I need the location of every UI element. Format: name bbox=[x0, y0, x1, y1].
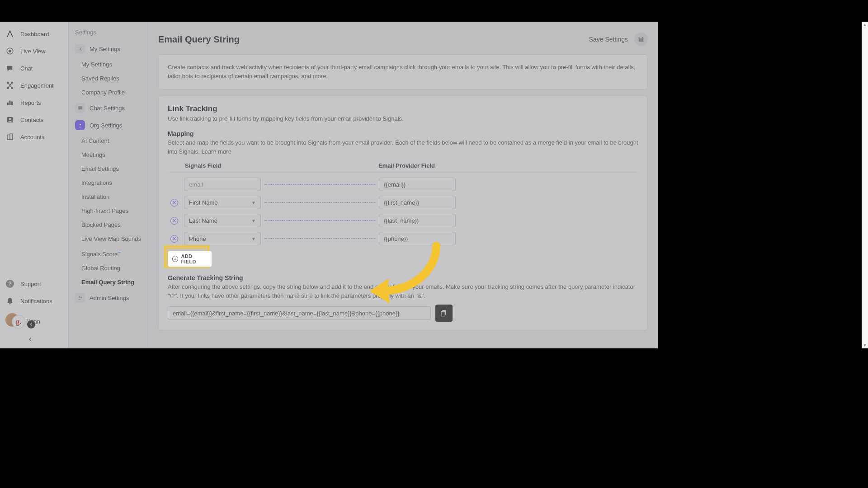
mapping-columns-header: Signals Field Email Provider Field bbox=[168, 162, 638, 173]
chevron-down-icon: ▼ bbox=[251, 200, 256, 205]
settings-group-admin[interactable]: Admin Settings bbox=[69, 289, 148, 306]
signals-field-select[interactable]: First Name▼ bbox=[184, 196, 261, 209]
notification-badge: 4 bbox=[27, 320, 35, 328]
sidebar-item-high-intent[interactable]: High-Intent Pages bbox=[69, 204, 148, 218]
remove-row-button[interactable]: ✕ bbox=[170, 217, 178, 225]
signals-field-select[interactable]: Phone▼ bbox=[184, 232, 261, 245]
sidebar-item-global-routing[interactable]: Global Routing bbox=[69, 261, 148, 275]
nav-label: Support bbox=[20, 281, 41, 287]
connector-line bbox=[264, 220, 375, 221]
svg-point-17 bbox=[79, 296, 80, 298]
avatar-monogram: g. bbox=[12, 315, 25, 328]
link-tracking-card: Link Tracking Use link tracking to pre-f… bbox=[158, 96, 648, 330]
link-tracking-sub: Use link tracking to pre-fill forms by m… bbox=[168, 115, 638, 122]
mapping-row-firstname: ✕ First Name▼ {{first_name}} bbox=[168, 196, 638, 209]
sidebar-item-live-view-sounds[interactable]: Live View Map Sounds bbox=[69, 232, 148, 246]
sidebar-item-email-query-string[interactable]: Email Query String bbox=[69, 275, 148, 289]
nav-support[interactable]: ? Support bbox=[0, 275, 68, 292]
sidebar-item-my-settings[interactable]: My Settings bbox=[69, 57, 148, 71]
scrollbar[interactable]: ▲ ▼ bbox=[862, 22, 868, 348]
signals-field-select[interactable]: Last Name▼ bbox=[184, 214, 261, 227]
nav-live-view[interactable]: Live View bbox=[0, 42, 68, 60]
copy-button[interactable] bbox=[435, 305, 453, 322]
sidebar-item-company-profile[interactable]: Company Profile bbox=[69, 85, 148, 99]
save-button[interactable] bbox=[634, 33, 648, 46]
intro-text: Create contacts and track web activity w… bbox=[168, 63, 638, 81]
scroll-down-icon[interactable]: ▼ bbox=[862, 342, 868, 348]
mapping-row-phone: ✕ Phone▼ {{phone}} bbox=[168, 232, 638, 245]
col-email-provider-field: Email Provider Field bbox=[378, 162, 638, 169]
provider-field-email[interactable]: {{email}} bbox=[379, 178, 456, 191]
settings-group-my[interactable]: My Settings bbox=[69, 40, 148, 57]
settings-heading: Settings bbox=[69, 29, 148, 40]
nav-contacts[interactable]: Contacts bbox=[0, 111, 68, 128]
nav-label: Contacts bbox=[20, 117, 43, 123]
nav-notifications[interactable]: Notifications bbox=[0, 292, 68, 310]
svg-point-11 bbox=[9, 118, 11, 120]
svg-point-18 bbox=[80, 297, 82, 298]
settings-group-chat[interactable]: Chat Settings bbox=[69, 99, 148, 117]
plus-badge: + bbox=[118, 249, 120, 255]
org-icon bbox=[75, 120, 85, 130]
provider-field-input[interactable]: {{phone}} bbox=[379, 232, 456, 245]
sidebar-item-integrations[interactable]: Integrations bbox=[69, 176, 148, 190]
add-field-button[interactable]: + ADD FIELD bbox=[168, 251, 212, 267]
chat-icon bbox=[75, 103, 85, 113]
nav-label: Accounts bbox=[20, 134, 44, 141]
nav-accounts[interactable]: Accounts bbox=[0, 128, 68, 145]
svg-rect-2 bbox=[7, 66, 12, 70]
svg-point-16 bbox=[79, 123, 80, 125]
settings-sidebar: Settings My Settings My Settings Saved R… bbox=[69, 22, 148, 348]
svg-point-1 bbox=[9, 50, 11, 52]
main-content: Email Query String Save Settings Create … bbox=[148, 22, 658, 348]
svg-rect-8 bbox=[9, 101, 11, 106]
sidebar-item-meetings[interactable]: Meetings bbox=[69, 148, 148, 162]
sidebar-item-signals-score[interactable]: Signals Score+ bbox=[69, 246, 148, 261]
nav-label: Chat bbox=[20, 65, 33, 72]
user-profile[interactable]: g. Ngan 4 bbox=[0, 310, 68, 333]
nav-chat[interactable]: Chat bbox=[0, 60, 68, 77]
remove-row-button[interactable]: ✕ bbox=[170, 235, 178, 243]
link-tracking-title: Link Tracking bbox=[168, 104, 638, 113]
svg-point-6 bbox=[11, 88, 13, 89]
connector-line bbox=[264, 184, 375, 185]
svg-point-14 bbox=[9, 303, 11, 305]
generate-title: Generate Tracking String bbox=[168, 274, 638, 282]
svg-point-15 bbox=[79, 48, 80, 49]
sidebar-item-ai-content[interactable]: AI Content bbox=[69, 134, 148, 148]
mapping-row-lastname: ✕ Last Name▼ {{last_name}} bbox=[168, 214, 638, 227]
settings-group-org[interactable]: Org Settings bbox=[69, 117, 148, 134]
nav-reports[interactable]: Reports bbox=[0, 94, 68, 111]
sidebar-item-blocked-pages[interactable]: Blocked Pages bbox=[69, 218, 148, 232]
remove-row-button[interactable]: ✕ bbox=[170, 199, 178, 206]
collapse-sidebar-button[interactable] bbox=[0, 333, 60, 348]
signals-field-email: email bbox=[184, 178, 261, 191]
sidebar-item-email-settings[interactable]: Email Settings bbox=[69, 162, 148, 176]
nav-label: Reports bbox=[20, 99, 41, 106]
svg-point-3 bbox=[7, 82, 9, 84]
copy-icon bbox=[440, 309, 448, 317]
svg-rect-9 bbox=[11, 102, 13, 105]
generate-sub: After configuring the above settings, co… bbox=[168, 282, 638, 300]
nav-engagement[interactable]: Engagement bbox=[0, 77, 68, 94]
gear-icon bbox=[75, 44, 85, 54]
plus-circle-icon: + bbox=[172, 256, 178, 262]
provider-field-input[interactable]: {{first_name}} bbox=[379, 196, 456, 209]
scroll-up-icon[interactable]: ▲ bbox=[862, 22, 868, 28]
svg-rect-20 bbox=[441, 312, 445, 317]
provider-field-input[interactable]: {{last_name}} bbox=[379, 214, 456, 227]
sidebar-item-installation[interactable]: Installation bbox=[69, 190, 148, 204]
logo[interactable]: Dashboard bbox=[0, 25, 68, 42]
mapping-sub: Select and map the fields you want to be… bbox=[168, 138, 638, 156]
main-nav: Dashboard Live View Chat Engagement Repo… bbox=[0, 22, 69, 348]
nav-label: Live View bbox=[20, 48, 45, 55]
svg-rect-13 bbox=[10, 134, 13, 140]
sidebar-item-saved-replies[interactable]: Saved Replies bbox=[69, 71, 148, 85]
chevron-down-icon: ▼ bbox=[251, 236, 256, 241]
svg-rect-12 bbox=[7, 135, 10, 140]
nav-label: Engagement bbox=[20, 82, 54, 89]
mapping-title: Mapping bbox=[168, 130, 638, 137]
nav-label: Dashboard bbox=[20, 31, 49, 38]
connector-line bbox=[264, 238, 375, 239]
tracking-string-input[interactable]: email={{email}}&first_name={{first_name}… bbox=[168, 306, 431, 320]
